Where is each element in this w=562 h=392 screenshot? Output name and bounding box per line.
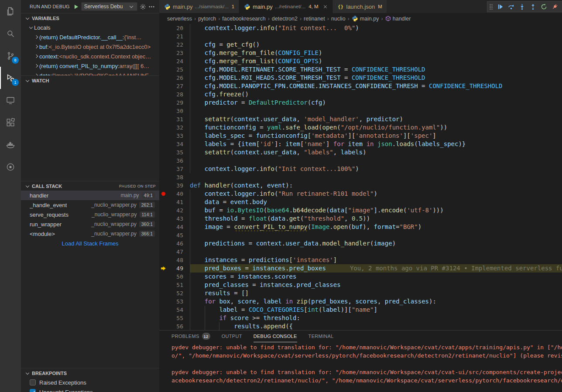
code-line[interactable]: 55 if score >= threshold: bbox=[159, 314, 562, 322]
code-line[interactable]: 52 results = [] bbox=[159, 289, 562, 297]
line-content[interactable]: cfg.MODEL.RETINANET.SCORE_THRESH_TEST = … bbox=[190, 65, 562, 74]
code-line[interactable]: 35 setattr(context.user_data, "labels", … bbox=[159, 148, 562, 157]
line-number[interactable]: 23 bbox=[169, 49, 183, 57]
glyph-margin[interactable] bbox=[159, 140, 169, 148]
line-content[interactable]: labels = {item['id']: item['name'] for i… bbox=[190, 140, 562, 148]
glyph-margin[interactable] bbox=[159, 248, 169, 256]
gear-icon[interactable] bbox=[140, 3, 146, 10]
line-number[interactable]: 26 bbox=[169, 74, 183, 82]
line-content[interactable]: cfg.freeze() bbox=[190, 90, 562, 99]
line-content[interactable]: setattr(context.user_data, 'model_handle… bbox=[190, 115, 562, 123]
line-number[interactable]: 20 bbox=[169, 24, 183, 32]
code-line[interactable]: 30 bbox=[159, 107, 562, 115]
line-number[interactable]: 34 bbox=[169, 140, 183, 148]
plugin-circle-icon[interactable] bbox=[0, 156, 21, 178]
line-number[interactable]: 33 bbox=[169, 132, 183, 140]
line-content[interactable]: image = convert_PIL_to_numpy(Image.open(… bbox=[190, 223, 562, 231]
glyph-margin[interactable] bbox=[159, 123, 169, 132]
line-number[interactable]: 39 bbox=[169, 181, 183, 190]
line-number[interactable]: 50 bbox=[169, 273, 183, 281]
search-icon[interactable] bbox=[0, 22, 21, 44]
breakpoint-icon[interactable] bbox=[161, 192, 165, 196]
glyph-margin[interactable] bbox=[159, 165, 169, 173]
line-number[interactable]: 31 bbox=[169, 115, 183, 123]
line-content[interactable]: results.append({ bbox=[190, 322, 562, 330]
code-line[interactable]: 23 cfg.merge_from_file(CONFIG_FILE) bbox=[159, 49, 562, 57]
code-editor[interactable]: 20 context.logger.info("Init context... … bbox=[159, 24, 562, 330]
line-number[interactable]: 41 bbox=[169, 198, 183, 206]
docker-icon[interactable] bbox=[0, 133, 21, 156]
line-number[interactable]: 30 bbox=[169, 107, 183, 115]
continue-button[interactable] bbox=[495, 2, 505, 12]
line-content[interactable]: def handler(context, event): bbox=[190, 181, 562, 190]
checkbox[interactable] bbox=[30, 389, 36, 392]
glyph-margin[interactable] bbox=[159, 289, 169, 297]
glyph-margin[interactable] bbox=[159, 231, 169, 239]
line-content[interactable] bbox=[190, 107, 562, 115]
glyph-margin[interactable] bbox=[159, 190, 169, 198]
code-line[interactable]: 41 data = event.body bbox=[159, 198, 562, 206]
glyph-margin[interactable] bbox=[159, 157, 169, 165]
line-number[interactable]: 54 bbox=[169, 306, 183, 314]
load-all-stack-frames-link[interactable]: Load All Stack Frames bbox=[21, 239, 159, 248]
glyph-margin[interactable] bbox=[159, 181, 169, 190]
panel-tab-terminal[interactable]: TERMINAL bbox=[308, 331, 334, 342]
variable-row[interactable]: context: <nuclio_sdk.context.Context obj… bbox=[21, 51, 159, 61]
glyph-margin[interactable] bbox=[159, 322, 169, 330]
line-number[interactable]: 43 bbox=[169, 215, 183, 223]
line-number[interactable]: 37 bbox=[169, 165, 183, 173]
glyph-margin[interactable] bbox=[159, 256, 169, 264]
code-line[interactable]: 45 bbox=[159, 231, 562, 239]
line-number[interactable]: 49 bbox=[169, 264, 183, 273]
line-number[interactable]: 25 bbox=[169, 65, 183, 74]
glyph-margin[interactable] bbox=[159, 24, 169, 32]
glyph-margin[interactable] bbox=[159, 314, 169, 322]
line-content[interactable]: cfg.MODEL.ROI_HEADS.SCORE_THRESH_TEST = … bbox=[190, 74, 562, 82]
panel-tab-problems[interactable]: PROBLEMS12 bbox=[171, 331, 210, 342]
line-number[interactable]: 32 bbox=[169, 123, 183, 132]
code-line[interactable]: 46 predictions = context.user_data.model… bbox=[159, 239, 562, 248]
breadcrumb-item-handler[interactable]: handler bbox=[385, 16, 411, 22]
glyph-margin[interactable] bbox=[159, 65, 169, 74]
glyph-margin[interactable] bbox=[159, 239, 169, 248]
line-content[interactable] bbox=[190, 248, 562, 256]
step-over-button[interactable] bbox=[506, 2, 516, 12]
line-content[interactable]: instances = predictions['instances'] bbox=[190, 256, 562, 264]
code-line[interactable]: 32 functionconfig = yaml.safe_load(open(… bbox=[159, 123, 562, 132]
code-line[interactable]: 38 bbox=[159, 173, 562, 181]
glyph-margin[interactable] bbox=[159, 306, 169, 314]
variable-row[interactable]: data: {'image': 'iVBORw0KGgoAAAANSUhE… bbox=[21, 71, 159, 75]
line-number[interactable]: 21 bbox=[169, 32, 183, 41]
line-content[interactable]: label = COCO_CATEGORIES[int(label)]["nam… bbox=[190, 306, 562, 314]
line-content[interactable]: labels_spec = functionconfig['metadata']… bbox=[190, 132, 562, 140]
code-line[interactable]: 28 cfg.freeze() bbox=[159, 90, 562, 99]
glyph-margin[interactable] bbox=[159, 297, 169, 306]
glyph-margin[interactable] bbox=[159, 107, 169, 115]
start-debugging-icon[interactable] bbox=[73, 4, 79, 10]
line-number[interactable]: 29 bbox=[169, 99, 183, 107]
line-number[interactable]: 45 bbox=[169, 231, 183, 239]
step-out-button[interactable] bbox=[528, 2, 538, 12]
glyph-margin[interactable] bbox=[159, 74, 169, 82]
line-number[interactable]: 38 bbox=[169, 173, 183, 181]
call-stack-frame[interactable]: _handle_event_nuclio_wrapper.py262:1 bbox=[21, 200, 159, 210]
line-content[interactable]: results = [] bbox=[190, 289, 562, 297]
code-line[interactable]: 53 for box, score, label in zip(pred_box… bbox=[159, 297, 562, 306]
glyph-margin[interactable] bbox=[159, 273, 169, 281]
line-content[interactable]: cfg.merge_from_file(CONFIG_FILE) bbox=[190, 49, 562, 57]
line-content[interactable]: context.logger.info("Run retinanet-R101 … bbox=[190, 190, 562, 198]
code-line[interactable]: 21 bbox=[159, 32, 562, 41]
glyph-margin[interactable] bbox=[159, 49, 169, 57]
line-number[interactable]: 46 bbox=[169, 239, 183, 248]
breakpoint-row[interactable]: Uncaught Exceptions bbox=[21, 387, 159, 392]
line-content[interactable]: data = event.body bbox=[190, 198, 562, 206]
line-content[interactable]: functionconfig = yaml.safe_load(open("/o… bbox=[190, 123, 562, 132]
line-content[interactable] bbox=[190, 157, 562, 165]
remote-explorer-icon[interactable] bbox=[0, 89, 21, 111]
code-line[interactable]: 47 bbox=[159, 248, 562, 256]
breakpoint-row[interactable]: Raised Exceptions bbox=[21, 378, 159, 387]
editor-tab-main.py[interactable]: main.py.../retinanet/...4, M bbox=[239, 0, 332, 13]
line-content[interactable]: buf = io.BytesIO(base64.b64decode(data["… bbox=[190, 206, 562, 215]
glyph-margin[interactable] bbox=[159, 223, 169, 231]
code-line[interactable]: 37 context.logger.info("Init context...1… bbox=[159, 165, 562, 173]
